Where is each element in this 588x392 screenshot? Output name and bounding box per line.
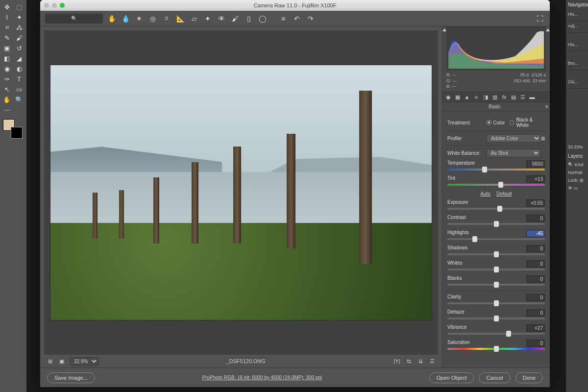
tint-slider[interactable]: Tint [447,175,545,186]
brushes-tab[interactable]: Bru... [566,58,588,70]
profile-browse-icon[interactable]: ⊞ [541,136,545,141]
blacks-value[interactable] [526,275,545,283]
wb-select[interactable]: As Shot [487,149,540,157]
auto-link[interactable]: Auto [480,191,490,196]
type-tool-icon[interactable]: T [13,74,25,84]
histogram[interactable] [446,26,546,71]
marquee-tool-icon[interactable]: ⬚ [13,2,25,12]
clone-tab[interactable]: Clo... [566,77,588,89]
hsl-tab-icon[interactable]: ≡ [472,93,480,101]
shadows-slider[interactable]: Shadows [447,245,545,255]
fx-tab-icon[interactable]: fx [500,93,508,101]
stamp-tool-icon[interactable]: ▣ [1,43,13,53]
target-adjust-icon[interactable]: ◎ [148,14,158,24]
transform-tool-icon[interactable]: ▱ [189,14,199,24]
adjustments-tab[interactable]: Adj... [566,21,588,33]
temperature-value[interactable] [526,160,545,168]
rotate-ccw-icon[interactable]: ↶ [292,14,302,24]
vibrance-value[interactable] [526,324,545,332]
contrast-slider[interactable]: Contrast [447,215,545,225]
dodge-tool-icon[interactable]: ◐ [13,64,25,74]
brush-tool-icon[interactable]: 🖌 [13,33,25,43]
open-object-button[interactable]: Open Object [429,372,474,383]
exposure-slider[interactable]: Exposure [447,199,545,210]
white-balance-tool-icon[interactable]: 💧 [121,14,130,24]
navigator-tab[interactable]: Navigator [566,0,588,9]
layers-blend[interactable]: Normal [566,169,588,176]
swap-icon[interactable]: ⇆ [405,357,413,365]
pen-tool-icon[interactable]: ✑ [1,74,13,84]
eyedropper-tool-icon[interactable]: ⁂ [13,23,25,32]
blur-tool-icon[interactable]: ◉ [1,64,13,74]
zoom-tool-icon[interactable]: 🔍 [45,14,103,24]
radial-filter-icon[interactable]: ◯ [258,14,268,24]
eraser-tool-icon[interactable]: ◧ [1,53,13,63]
grid-view-icon[interactable]: ⊞ [46,357,54,365]
detail-tab-icon[interactable]: ▲ [463,93,471,101]
zoom-tool-icon[interactable]: 🔍 [13,95,25,104]
crop-tool-icon[interactable]: ⌗ [1,23,13,32]
straighten-tool-icon[interactable]: 📐 [175,14,185,24]
layers-tab[interactable]: Layers [566,151,588,161]
color-swatch[interactable] [3,119,23,139]
before-after-icon[interactable]: |Y| [393,357,401,365]
contrast-value[interactable] [526,215,545,222]
gradient-tool-icon[interactable]: ◢ [13,53,25,63]
exposure-value[interactable] [526,199,545,207]
highlight-clip-icon[interactable] [546,28,550,31]
calibration-tab-icon[interactable]: ▤ [510,93,517,101]
clarity-value[interactable] [526,294,545,301]
done-button[interactable]: Done [515,372,543,383]
tint-value[interactable] [526,175,545,183]
close-icon[interactable] [44,3,49,8]
history-tab-2[interactable]: His... [566,40,588,51]
minimize-icon[interactable] [52,3,57,8]
workflow-options-link[interactable]: ProPhoto RGB; 16 bit; 6000 by 4000 (24.0… [202,375,322,380]
image-preview[interactable] [44,30,438,355]
adjustment-brush-icon[interactable]: 🖌 [230,14,240,24]
graduated-filter-icon[interactable]: ▯ [244,14,254,24]
crop-tool-icon[interactable]: ⌗ [162,14,172,24]
lasso-tool-icon[interactable]: ⌇ [1,12,13,22]
shadows-value[interactable] [526,245,545,252]
hand-tool-icon[interactable]: ✋ [107,14,117,24]
saturation-value[interactable] [526,340,545,347]
redeye-tool-icon[interactable]: 👁 [217,14,226,24]
history-tool-icon[interactable]: ↺ [13,43,25,53]
color-sampler-icon[interactable]: ✶ [134,14,144,24]
whites-value[interactable] [526,260,545,268]
blacks-slider[interactable]: Blacks [447,275,545,286]
presets-tab-icon[interactable]: ☰ [519,93,527,101]
layer-row[interactable]: 👁 ▭ [566,184,588,192]
fullscreen-icon[interactable]: ⛶ [535,14,545,24]
cancel-button[interactable]: Cancel [479,372,510,383]
rotate-cw-icon[interactable]: ↷ [306,14,316,24]
temperature-slider[interactable]: Temperature [447,160,545,171]
whites-slider[interactable]: Whites [447,260,545,270]
toggle-panel-icon[interactable]: ☰ [428,357,436,365]
split-tab-icon[interactable]: ◨ [482,93,490,101]
save-image-button[interactable]: Save Image... [47,372,95,383]
move-tool-icon[interactable]: ✥ [1,2,13,12]
history-tab[interactable]: His... [566,9,588,21]
dehaze-value[interactable] [526,309,545,317]
layers-kind[interactable]: 🔍 Kind [566,161,588,169]
curve-tab-icon[interactable]: ▦ [454,93,462,101]
single-view-icon[interactable]: ▣ [58,357,66,365]
zoom-select[interactable]: 32.9% [70,357,98,366]
copy-settings-icon[interactable]: ⇊ [416,357,424,365]
highlights-slider[interactable]: Highlights [447,230,545,240]
hand-tool-icon[interactable]: ✋ [1,95,13,104]
vibrance-slider[interactable]: Vibrance [447,324,545,335]
preferences-icon[interactable]: ≡ [278,14,288,24]
dehaze-slider[interactable]: Dehaze [447,309,545,319]
maximize-icon[interactable] [60,3,65,8]
snapshots-tab-icon[interactable]: ▬ [528,93,536,101]
window-titlebar[interactable]: Camera Raw 11.0 - Fujifilm X100F [40,0,550,11]
spot-removal-icon[interactable]: ✦ [203,14,213,24]
profile-select[interactable]: Adobe Color [487,134,541,143]
treatment-bw-radio[interactable] [510,120,514,125]
layers-lock[interactable]: Lock: ⊞ [566,176,588,184]
shadow-clip-icon[interactable] [442,28,446,31]
clarity-slider[interactable]: Clarity [447,294,545,304]
